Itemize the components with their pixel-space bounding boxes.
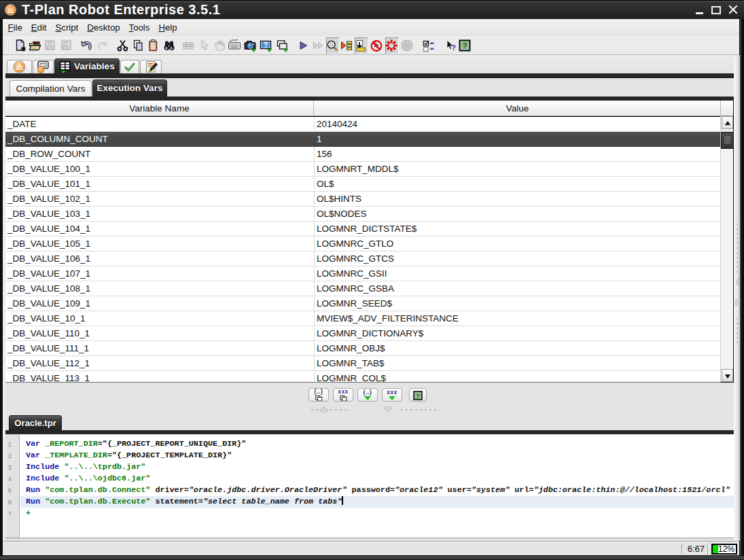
svg-text:?: ? <box>451 43 456 52</box>
svg-text:?: ? <box>463 41 467 50</box>
svg-text:?: ? <box>416 393 420 400</box>
svg-text:?: ? <box>264 41 268 49</box>
